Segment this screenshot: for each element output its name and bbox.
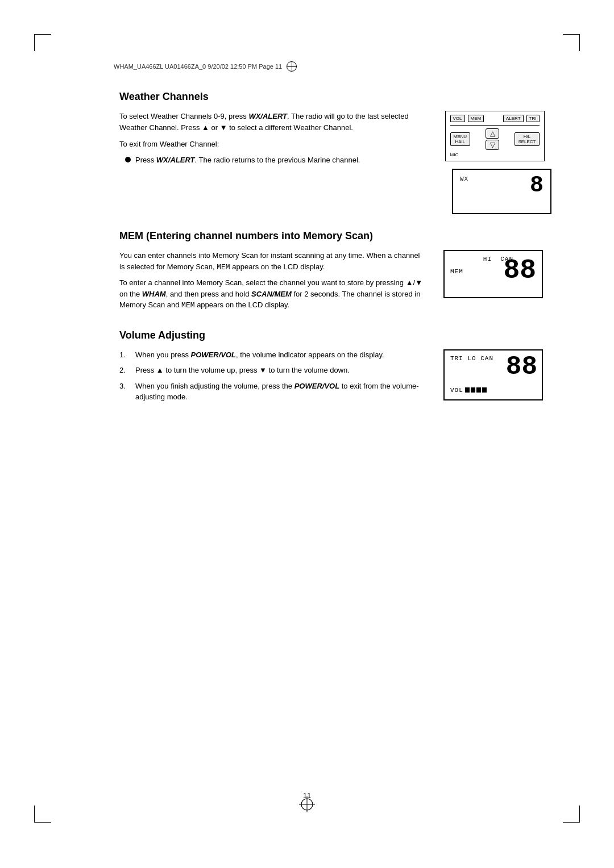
mem-scan-title: MEM (Entering channel numbers into Memor… [119, 230, 551, 242]
vol-bar-1 [465, 387, 470, 393]
vol-bar-3 [476, 387, 481, 393]
mem-big-number: 88 [503, 257, 536, 284]
mem-tab: MEM [468, 115, 484, 122]
down-arrow-btn: ▽ [486, 140, 499, 150]
wx-big-number: 8 [530, 174, 544, 197]
vol-item-2: 2. Press ▲ to turn the volume up, press … [119, 365, 426, 376]
alert-tab: ALERT [503, 115, 524, 122]
mem-scan-text: You can enter channels into Memory Scan … [119, 250, 426, 316]
weather-channels-title: Weather Channels [119, 91, 551, 103]
mem-para2: To enter a channel into Memory Scan, sel… [119, 277, 426, 311]
bullet-text-1: Press WX/ALERT. The radio returns to the… [135, 155, 360, 166]
wx-lcd-display: WX 8 [452, 169, 551, 214]
reg-crosshair-header [287, 61, 297, 72]
vol-label-row: VOL [450, 387, 487, 394]
volume-layout: 1. When you press POWER/VOL, the volume … [119, 349, 551, 407]
mem-scan-layout: You can enter channels into Memory Scan … [119, 250, 551, 316]
volume-num-list: 1. When you press POWER/VOL, the volume … [119, 349, 426, 403]
exit-label: To exit from Weather Channel: [119, 139, 421, 150]
mem-label-display: MEM [450, 268, 463, 275]
vol-bars [465, 387, 487, 393]
corner-mark-tl [34, 34, 57, 57]
volume-text: 1. When you press POWER/VOL, the volume … [119, 349, 426, 407]
corner-mark-br [557, 800, 580, 823]
menu-hail-btn: MENU HAIL [450, 132, 471, 146]
main-content: Weather Channels To select Weather Chann… [119, 91, 551, 421]
hl-select-btn: H/L SELECT [515, 132, 539, 146]
mem-diagram-col: HI CAN MEM 88 [443, 250, 551, 316]
vol-bar-4 [482, 387, 487, 393]
section-mem-scan: MEM (Entering channel numbers into Memor… [119, 230, 551, 316]
mem-lcd-display: HI CAN MEM 88 [443, 250, 543, 298]
up-arrow-btn: △ [486, 128, 499, 139]
corner-mark-tr [557, 34, 580, 57]
section-weather-channels: Weather Channels To select Weather Chann… [119, 91, 551, 216]
vol-bar-2 [471, 387, 475, 393]
vol-text: VOL [450, 387, 463, 394]
vol-item-3: 3. When you finish adjusting the volume,… [119, 381, 426, 403]
tri-tab: TRI [526, 115, 540, 122]
weather-channels-layout: To select Weather Channels 0-9, press WX… [119, 111, 551, 170]
mem-mono-2: MEM [181, 301, 194, 310]
section-volume: Volume Adjusting 1. When you press POWER… [119, 329, 551, 407]
scan-mem-bold: SCAN/MEM [251, 290, 292, 298]
wx-alert-bold: WX/ALERT [248, 112, 287, 120]
bullet-dot-1 [125, 157, 131, 162]
mem-para1: You can enter channels into Memory Scan … [119, 250, 426, 273]
header-text: WHAM_UA466ZL UA01466ZA_0 9/20/02 12:50 P… [114, 63, 282, 70]
bottom-center-crosshair [299, 796, 315, 814]
vol-lcd-display: TRI LO CAN 88 VOL [443, 349, 543, 400]
vol-big-number: 88 [506, 354, 537, 380]
corner-mark-bl [34, 800, 57, 823]
power-vol-bold-2: POWER/VOL [294, 382, 339, 390]
radio-button-diagram: VOL MEM ALERT [445, 111, 545, 161]
mic-label: MIC [450, 152, 540, 157]
wx-text: WX [460, 176, 468, 182]
mem-mono-1: MEM [217, 263, 230, 272]
wham-bold: WHAM [142, 290, 166, 298]
page-container: WHAM_UA466ZL UA01466ZA_0 9/20/02 12:50 P… [0, 0, 614, 868]
weather-channels-text: To select Weather Channels 0-9, press WX… [119, 111, 421, 170]
header-meta: WHAM_UA466ZL UA01466ZA_0 9/20/02 12:50 P… [114, 61, 297, 72]
vol-tab: VOL [450, 115, 465, 122]
weather-para1: To select Weather Channels 0-9, press WX… [119, 111, 421, 133]
weather-bullet-1: Press WX/ALERT. The radio returns to the… [125, 155, 421, 166]
weather-diagram-col: VOL MEM ALERT [438, 111, 551, 170]
volume-title: Volume Adjusting [119, 329, 551, 341]
power-vol-bold-1: POWER/VOL [191, 350, 236, 359]
weather-bullet-list: Press WX/ALERT. The radio returns to the… [125, 155, 421, 166]
vol-item-1: 1. When you press POWER/VOL, the volume … [119, 349, 426, 361]
volume-diagram-col: TRI LO CAN 88 VOL [443, 349, 551, 407]
tri-lo-can-text: TRI LO CAN [450, 355, 493, 362]
